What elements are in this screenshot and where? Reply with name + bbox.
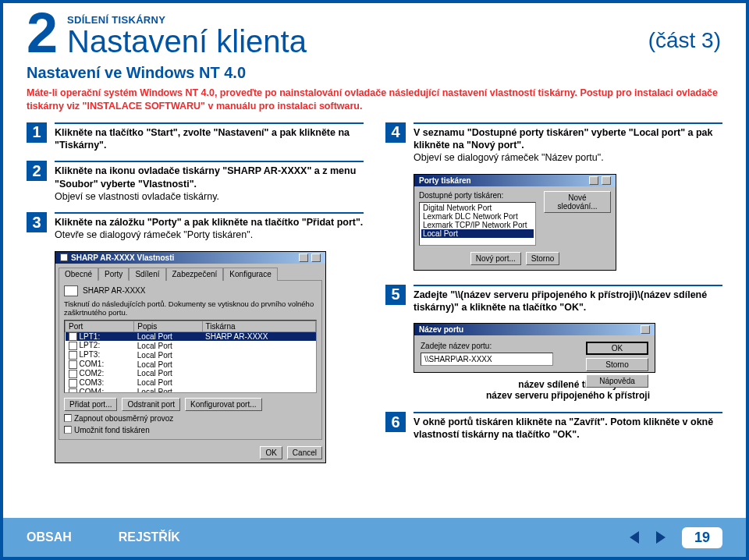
col-port: Port: [66, 321, 134, 331]
left-column: 1 Klikněte na tlačítko "Start", zvolte "…: [27, 122, 364, 463]
prev-page-button[interactable]: [626, 528, 644, 547]
page-number: 19: [682, 527, 722, 548]
step-body: Klikněte na ikonu ovladače tiskárny "SHA…: [55, 161, 364, 203]
port-row[interactable]: COM1:Local Port: [66, 360, 316, 369]
port-name-field[interactable]: \\SHARP\AR-XXXX: [421, 353, 553, 366]
step-text: Zadejte "\\(název serveru připojeného k …: [414, 289, 722, 314]
step-number: 3: [27, 212, 47, 232]
step-body: V seznamu "Dostupné porty tiskáren" vybe…: [414, 122, 722, 165]
step-number: 4: [385, 122, 406, 143]
printer-name: SHARP AR-XXXX: [83, 286, 145, 295]
header-text: SDÍLENÍ TISKÁRNY Nastavení klienta: [67, 14, 722, 59]
header: 2 SDÍLENÍ TISKÁRNY Nastavení klienta (čá…: [27, 14, 722, 59]
page-title: Nastavení klienta: [67, 24, 722, 59]
step-subtext: Otevře se dialogový rámeček "Porty tiská…: [55, 229, 364, 241]
step-3: 3 Klikněte na záložku "Porty" a pak klik…: [27, 212, 364, 242]
close-button[interactable]: Storno: [526, 252, 559, 265]
footer-bar: OBSAH REJSTŘÍK 19: [3, 518, 746, 557]
available-ports-list[interactable]: Digital Network Port Lexmark DLC Network…: [419, 202, 536, 246]
contents-button[interactable]: OBSAH: [27, 530, 72, 544]
cancel-button[interactable]: Storno: [586, 358, 648, 371]
help-button[interactable]: Nápověda: [586, 374, 648, 388]
ok-button[interactable]: OK: [260, 446, 282, 459]
step-6: 6 V okně portů tiskáren klikněte na "Zav…: [385, 412, 722, 441]
next-page-button[interactable]: [651, 528, 669, 547]
step-body: Klikněte na záložku "Porty" a pak klikně…: [55, 212, 364, 242]
port-name-captions: název sdílené tiskárny název serveru při…: [414, 379, 722, 401]
dialog-titlebar: Porty tiskáren: [414, 175, 616, 186]
step-2: 2 Klikněte na ikonu ovladače tiskárny "S…: [27, 161, 364, 203]
port-row[interactable]: LPT3:Local Port: [66, 350, 316, 360]
cancel-button[interactable]: Cancel: [287, 446, 322, 459]
close-icon[interactable]: [602, 176, 611, 185]
step-text: V okně portů tiskáren klikněte na "Zavří…: [414, 416, 722, 441]
dialog-port-name: Název portu Zadejte název portu: \\SHARP…: [414, 323, 655, 373]
part-label: (část 3): [648, 28, 721, 53]
list-item[interactable]: Local Port: [421, 229, 534, 238]
port-row[interactable]: COM2:Local Port: [66, 369, 316, 378]
configure-port-button[interactable]: Konfigurovat port...: [185, 398, 262, 411]
tab-sharing[interactable]: Sdílení: [129, 268, 165, 281]
help-icon[interactable]: [299, 253, 308, 262]
dialog-titlebar: SHARP AR-XXXX Vlastnosti: [55, 252, 325, 264]
ports-list[interactable]: Port Popis Tiskárna LPT1:Local PortSHARP…: [64, 320, 317, 393]
dialog-titlebar: Název portu: [414, 324, 655, 335]
col-desc: Popis: [134, 321, 202, 331]
list-item[interactable]: Lexmark TCP/IP Network Port: [421, 221, 534, 229]
tab-config[interactable]: Konfigurace: [223, 268, 277, 281]
step-subtext: Objeví se dialogový rámeček "Název portu…: [414, 151, 722, 164]
list-item[interactable]: Lexmark DLC Network Port: [421, 212, 534, 221]
step-4: 4 V seznamu "Dostupné porty tiskáren" vy…: [385, 122, 722, 165]
new-port-button[interactable]: Nový port...: [470, 252, 521, 265]
bidi-checkbox[interactable]: Zapnout obousměrný provoz: [64, 414, 317, 423]
step-text: Klikněte na záložku "Porty" a pak klikně…: [55, 216, 364, 229]
printer-name-row: SHARP AR-XXXX: [64, 285, 317, 296]
dialog-title: Porty tiskáren: [419, 176, 471, 185]
page: 2 SDÍLENÍ TISKÁRNY Nastavení klienta (čá…: [0, 0, 749, 560]
dialog-tabs: Obecné Porty Sdílení Zabezpečení Konfigu…: [55, 264, 325, 280]
dialog-title: Název portu: [419, 325, 463, 334]
step-text: Klikněte na tlačítko "Start", zvolte "Na…: [55, 126, 364, 152]
list-item[interactable]: Digital Network Port: [421, 204, 534, 212]
right-column: 4 V seznamu "Dostupné porty tiskáren" vy…: [385, 122, 722, 463]
printer-icon: [64, 285, 78, 296]
dialog-properties: SHARP AR-XXXX Vlastnosti Obecné Porty Sd…: [55, 251, 326, 463]
index-button[interactable]: REJSTŘÍK: [119, 530, 180, 544]
port-row[interactable]: COM3:Local Port: [66, 378, 316, 388]
pool-checkbox[interactable]: Umožnit fond tiskáren: [64, 426, 317, 434]
port-row[interactable]: COM4:Local Port: [66, 388, 316, 393]
window-icon: [60, 253, 68, 261]
ok-button[interactable]: OK: [586, 342, 648, 355]
step-number: 1: [27, 122, 47, 143]
svg-marker-0: [630, 531, 639, 544]
step-body: Klikněte na tlačítko "Start", zvolte "Na…: [55, 122, 364, 152]
tab-general[interactable]: Obecné: [59, 268, 98, 281]
step-number: 5: [385, 285, 406, 305]
subtitle: Nastavení ve Windows NT 4.0: [27, 64, 722, 82]
caption-server-name: název serveru připojeného k přístroji: [414, 390, 722, 401]
intro-text: Máte-li operační systém Windows NT 4.0, …: [27, 87, 722, 113]
port-row[interactable]: LPT2:Local Port: [66, 341, 316, 350]
step-5: 5 Zadejte "\\(název serveru připojeného …: [385, 285, 722, 314]
chapter-number: 2: [27, 11, 58, 56]
caption-shared-name: název sdílené tiskárny: [414, 379, 722, 390]
dialog-pane: SHARP AR-XXXX Tisknutí do následujících …: [59, 280, 322, 440]
tab-security[interactable]: Zabezpečení: [166, 268, 224, 281]
svg-marker-1: [656, 531, 666, 544]
port-row[interactable]: LPT1:Local PortSHARP AR-XXXX: [66, 331, 316, 341]
close-icon[interactable]: [641, 325, 650, 334]
new-watch-button[interactable]: Nové sledování...: [544, 191, 611, 213]
tab-ports[interactable]: Porty: [98, 268, 129, 281]
help-icon[interactable]: [589, 176, 598, 185]
add-port-button[interactable]: Přidat port...: [64, 398, 117, 411]
close-icon[interactable]: [311, 253, 321, 262]
dialog-title: SHARP AR-XXXX Vlastnosti: [71, 253, 174, 262]
step-text: Klikněte na ikonu ovladače tiskárny "SHA…: [55, 165, 364, 190]
step-subtext: Objeví se vlastnosti ovladače tiskárny.: [55, 190, 364, 203]
delete-port-button[interactable]: Odstranit port: [122, 398, 180, 411]
step-1: 1 Klikněte na tlačítko "Start", zvolte "…: [27, 122, 364, 152]
step-number: 2: [27, 161, 47, 181]
col-printer: Tiskárna: [202, 321, 315, 331]
step-body: V okně portů tiskáren klikněte na "Zavří…: [414, 412, 722, 441]
step-number: 6: [385, 412, 406, 432]
